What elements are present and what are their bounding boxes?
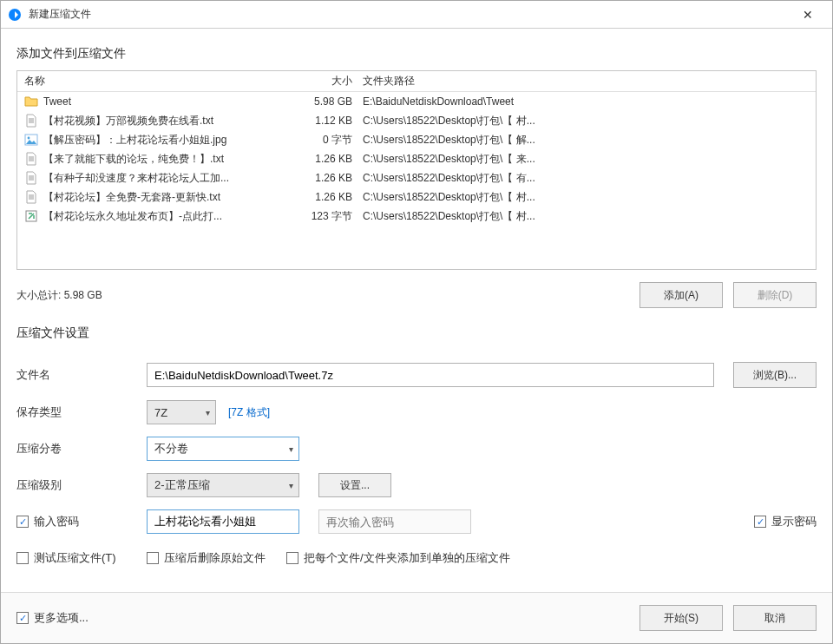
file-list-header: 名称 大小 文件夹路径 (17, 71, 816, 92)
file-path: C:\Users\18522\Desktop\打包\【 村... (363, 190, 809, 205)
file-name: 【来了就能下载的论坛，纯免费！】.txt (43, 152, 224, 167)
start-button[interactable]: 开始(S) (640, 605, 723, 631)
more-options-checkbox[interactable]: ✓ 更多选项... (16, 610, 89, 626)
col-header-name[interactable]: 名称 (24, 74, 293, 89)
file-list[interactable]: 名称 大小 文件夹路径 Tweet5.98 GBE:\BaiduNetdiskD… (16, 70, 817, 270)
folder-icon (24, 95, 38, 108)
add-button[interactable]: 添加(A) (640, 282, 723, 308)
close-button[interactable]: ✕ (790, 2, 825, 28)
add-files-heading: 添加文件到压缩文件 (16, 46, 817, 62)
table-row[interactable]: 【解压密码】：上村花论坛看小姐姐.jpg0 字节C:\Users\18522\D… (17, 130, 816, 149)
label-level: 压缩级别 (16, 477, 147, 493)
file-size: 1.26 KB (293, 153, 363, 165)
img-icon (24, 133, 38, 147)
row-split: 压缩分卷 不分卷 (16, 437, 817, 461)
settings-heading: 压缩文件设置 (16, 325, 817, 341)
dialog-window: 新建压缩文件 ✕ 添加文件到压缩文件 名称 大小 文件夹路径 Tweet5.98… (0, 0, 833, 644)
url-icon (24, 209, 38, 223)
file-name: Tweet (43, 95, 71, 108)
checkbox-icon (286, 552, 298, 564)
file-name: 【村花视频】万部视频免费在线看.txt (43, 114, 213, 128)
password-confirm-input (318, 509, 471, 534)
file-path: C:\Users\18522\Desktop\打包\【 解... (363, 133, 809, 148)
level-select[interactable]: 2-正常压缩 (147, 473, 299, 497)
password-input[interactable] (147, 509, 299, 534)
showpw-checkbox[interactable]: ✓ 显示密码 (754, 514, 817, 529)
deleteafter-checkbox[interactable]: 压缩后删除原始文件 (147, 550, 266, 566)
settings-button[interactable]: 设置... (318, 473, 391, 497)
col-header-size[interactable]: 大小 (293, 74, 363, 89)
savetype-select[interactable]: 7Z (147, 400, 216, 424)
table-row[interactable]: 【有种子却没速度？来村花论坛人工加...1.26 KBC:\Users\1852… (17, 168, 816, 187)
txt-icon (24, 171, 38, 185)
testarchive-checkbox[interactable]: 测试压缩文件(T) (16, 550, 147, 566)
file-path: C:\Users\18522\Desktop\打包\【 有... (363, 171, 809, 186)
titlebar: 新建压缩文件 ✕ (1, 1, 832, 29)
file-name: 【村花论坛永久地址发布页】-点此打... (43, 209, 222, 224)
file-size: 1.12 KB (293, 115, 363, 127)
row-filename: 文件名 浏览(B)... (16, 362, 817, 388)
file-rows: Tweet5.98 GBE:\BaiduNetdiskDownload\Twee… (17, 92, 816, 226)
content-area: 添加文件到压缩文件 名称 大小 文件夹路径 Tweet5.98 GBE:\Bai… (1, 29, 832, 592)
row-options: 测试压缩文件(T) 压缩后删除原始文件 把每个文件/文件夹添加到单独的压缩文件 (16, 546, 817, 570)
label-filename: 文件名 (16, 367, 147, 383)
total-bar: 大小总计: 5.98 GB 添加(A) 删除(D) (16, 282, 817, 308)
file-size: 5.98 GB (293, 95, 363, 108)
file-path: C:\Users\18522\Desktop\打包\【 村... (363, 209, 809, 224)
separate-checkbox[interactable]: 把每个文件/文件夹添加到单独的压缩文件 (286, 550, 510, 566)
checkbox-icon (147, 552, 159, 564)
enterpw-checkbox[interactable]: ✓ 输入密码 (16, 514, 79, 529)
table-row[interactable]: 【村花论坛】全免费-无套路-更新快.txt1.26 KBC:\Users\185… (17, 187, 816, 207)
checkbox-icon (16, 552, 29, 564)
col-header-path[interactable]: 文件夹路径 (363, 74, 809, 89)
format-link[interactable]: [7Z 格式] (228, 405, 270, 420)
split-select[interactable]: 不分卷 (147, 437, 299, 461)
row-savetype: 保存类型 7Z [7Z 格式] (16, 400, 817, 424)
file-size: 0 字节 (293, 133, 363, 148)
row-level: 压缩级别 2-正常压缩 设置... (16, 473, 817, 497)
checkbox-icon: ✓ (754, 516, 766, 528)
table-row[interactable]: 【村花视频】万部视频免费在线看.txt1.12 KBC:\Users\18522… (17, 111, 816, 130)
checkbox-icon: ✓ (16, 516, 29, 528)
checkbox-icon: ✓ (16, 612, 29, 624)
close-icon: ✕ (803, 8, 813, 22)
table-row[interactable]: Tweet5.98 GBE:\BaiduNetdiskDownload\Twee… (17, 92, 816, 111)
txt-icon (24, 190, 38, 204)
label-split: 压缩分卷 (16, 441, 147, 457)
file-name: 【解压密码】：上村花论坛看小姐姐.jpg (43, 133, 226, 148)
svg-point-2 (28, 137, 30, 140)
bottom-bar: ✓ 更多选项... 开始(S) 取消 (1, 592, 832, 643)
label-savetype: 保存类型 (16, 404, 147, 420)
file-size: 123 字节 (293, 209, 363, 224)
row-password: ✓ 输入密码 ✓ 显示密码 (16, 509, 817, 534)
txt-icon (24, 114, 38, 128)
filename-input[interactable] (147, 363, 714, 387)
table-row[interactable]: 【村花论坛永久地址发布页】-点此打...123 字节C:\Users\18522… (17, 207, 816, 226)
total-size-label: 大小总计: 5.98 GB (16, 288, 102, 303)
txt-icon (24, 152, 38, 166)
table-row[interactable]: 【来了就能下载的论坛，纯免费！】.txt1.26 KBC:\Users\1852… (17, 149, 816, 168)
browse-button[interactable]: 浏览(B)... (733, 362, 817, 388)
file-path: E:\BaiduNetdiskDownload\Tweet (363, 95, 809, 108)
file-path: C:\Users\18522\Desktop\打包\【 来... (363, 152, 809, 167)
file-path: C:\Users\18522\Desktop\打包\【 村... (363, 114, 809, 128)
app-icon (8, 8, 22, 22)
file-size: 1.26 KB (293, 172, 363, 184)
window-title: 新建压缩文件 (29, 7, 91, 22)
file-name: 【有种子却没速度？来村花论坛人工加... (43, 171, 229, 186)
remove-button[interactable]: 删除(D) (733, 282, 817, 308)
file-size: 1.26 KB (293, 191, 363, 203)
file-name: 【村花论坛】全免费-无套路-更新快.txt (43, 190, 220, 205)
cancel-button[interactable]: 取消 (733, 605, 817, 631)
